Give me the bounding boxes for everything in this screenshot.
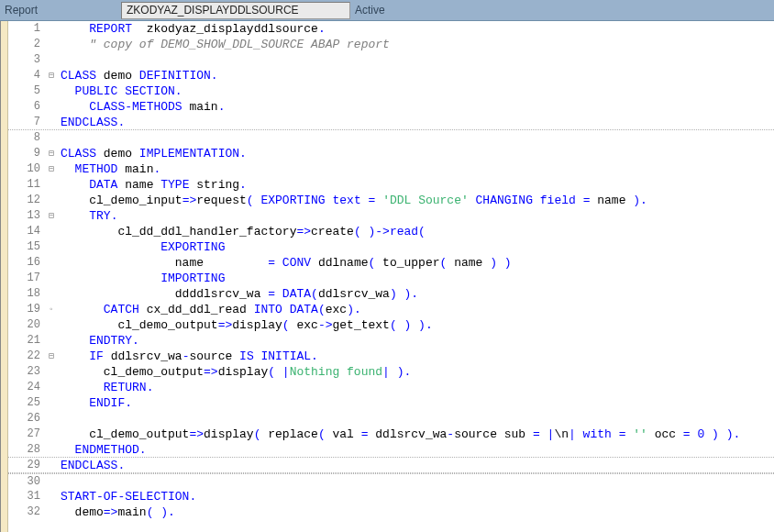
code-line[interactable]: 15 EXPORTING xyxy=(8,239,774,255)
code-line[interactable]: 32 demo=>main( ). xyxy=(8,504,774,520)
code-line[interactable]: 30 xyxy=(8,473,774,489)
fold-marker[interactable]: ⊟ xyxy=(45,349,58,364)
code-text[interactable]: CATCH cx_dd_ddl_read INTO DATA(exc). xyxy=(58,302,774,317)
code-text[interactable]: cl_demo_output=>display( |Nothing found|… xyxy=(58,364,774,380)
line-number: 1 xyxy=(8,21,45,37)
fold-marker xyxy=(45,364,58,380)
line-number: 16 xyxy=(8,255,45,271)
line-number: 32 xyxy=(8,504,45,520)
code-text[interactable] xyxy=(58,52,774,68)
code-line[interactable]: 2 " copy of DEMO_SHOW_DDL_SOURCE ABAP re… xyxy=(8,37,774,52)
code-line[interactable]: 6 CLASS-METHODS main. xyxy=(8,99,774,115)
code-line[interactable]: 21 ENDTRY. xyxy=(8,333,774,349)
code-line[interactable]: 14 cl_dd_ddl_handler_factory=>create( )-… xyxy=(8,224,774,239)
code-text[interactable]: cl_demo_output=>display( exc->get_text( … xyxy=(58,317,774,333)
fold-marker xyxy=(45,130,58,146)
line-number: 4 xyxy=(8,68,45,83)
code-text[interactable] xyxy=(58,474,774,489)
code-text[interactable]: REPORT zkodyaz_displayddlsource. xyxy=(58,21,774,37)
fold-marker xyxy=(45,99,58,115)
code-text[interactable]: DATA name TYPE string. xyxy=(58,177,774,193)
fold-marker xyxy=(45,474,58,489)
code-line[interactable]: 24 RETURN. xyxy=(8,380,774,395)
code-line[interactable]: 8 xyxy=(8,130,774,146)
code-text[interactable] xyxy=(58,411,774,427)
code-line[interactable]: 17 IMPORTING xyxy=(8,271,774,286)
fold-marker[interactable]: ⊟ xyxy=(45,68,58,83)
code-text[interactable]: CLASS demo DEFINITION. xyxy=(58,68,774,83)
header-bar: Report Active xyxy=(0,0,774,21)
code-line[interactable]: 20 cl_demo_output=>display( exc->get_tex… xyxy=(8,317,774,333)
fold-marker xyxy=(45,333,58,349)
line-number: 27 xyxy=(8,427,45,442)
code-text[interactable]: RETURN. xyxy=(58,380,774,395)
code-line[interactable]: 25 ENDIF. xyxy=(8,395,774,411)
code-text[interactable] xyxy=(58,130,774,146)
code-text[interactable]: IMPORTING xyxy=(58,271,774,286)
code-text[interactable]: CLASS-METHODS main. xyxy=(58,99,774,115)
code-line[interactable]: 10⊟ METHOD main. xyxy=(8,161,774,177)
code-text[interactable]: ddddlsrcv_wa = DATA(ddlsrcv_wa) ). xyxy=(58,286,774,302)
line-number: 15 xyxy=(8,239,45,255)
code-line[interactable]: 3 xyxy=(8,52,774,68)
code-text[interactable]: TRY. xyxy=(58,208,774,224)
line-number: 24 xyxy=(8,380,45,395)
fold-marker xyxy=(45,239,58,255)
code-text[interactable]: name = CONV ddlname( to_upper( name ) ) xyxy=(58,255,774,271)
code-text[interactable]: ENDCLASS. xyxy=(58,115,774,129)
code-line[interactable]: 11 DATA name TYPE string. xyxy=(8,177,774,193)
code-text[interactable]: cl_dd_ddl_handler_factory=>create( )->re… xyxy=(58,224,774,239)
code-line[interactable]: 12 cl_demo_input=>request( EXPORTING tex… xyxy=(8,193,774,208)
code-line[interactable]: 16 name = CONV ddlname( to_upper( name )… xyxy=(8,255,774,271)
code-text[interactable]: EXPORTING xyxy=(58,239,774,255)
line-number: 14 xyxy=(8,224,45,239)
line-number: 9 xyxy=(8,146,45,161)
fold-marker xyxy=(45,411,58,427)
program-name-input[interactable] xyxy=(121,2,350,19)
code-text[interactable]: PUBLIC SECTION. xyxy=(58,83,774,99)
code-text[interactable]: ENDIF. xyxy=(58,395,774,411)
fold-marker xyxy=(45,37,58,52)
code-container[interactable]: 1 REPORT zkodyaz_displayddlsource.2 " co… xyxy=(8,21,774,532)
code-line[interactable]: 7ENDCLASS. xyxy=(8,115,774,130)
line-number: 29 xyxy=(8,458,45,472)
fold-marker xyxy=(45,255,58,271)
fold-marker xyxy=(45,224,58,239)
fold-marker[interactable]: ◦ xyxy=(45,302,58,317)
code-line[interactable]: 13⊟ TRY. xyxy=(8,208,774,224)
code-text[interactable]: cl_demo_output=>display( replace( val = … xyxy=(58,427,774,442)
code-text[interactable]: IF ddlsrcv_wa-source IS INITIAL. xyxy=(58,349,774,364)
code-text[interactable]: cl_demo_input=>request( EXPORTING text =… xyxy=(58,193,774,208)
code-text[interactable]: ENDCLASS. xyxy=(58,458,774,472)
code-line[interactable]: 9⊟CLASS demo IMPLEMENTATION. xyxy=(8,146,774,161)
code-text[interactable]: demo=>main( ). xyxy=(58,504,774,520)
code-line[interactable]: 26 xyxy=(8,411,774,427)
fold-marker[interactable]: ⊟ xyxy=(45,208,58,224)
fold-marker xyxy=(45,21,58,37)
fold-marker[interactable]: ⊟ xyxy=(45,146,58,161)
code-text[interactable]: METHOD main. xyxy=(58,161,774,177)
code-line[interactable]: 19◦ CATCH cx_dd_ddl_read INTO DATA(exc). xyxy=(8,302,774,317)
code-text[interactable]: " copy of DEMO_SHOW_DDL_SOURCE ABAP repo… xyxy=(58,37,774,52)
code-line[interactable]: 29ENDCLASS. xyxy=(8,458,774,473)
code-line[interactable]: 23 cl_demo_output=>display( |Nothing fou… xyxy=(8,364,774,380)
code-line[interactable]: 27 cl_demo_output=>display( replace( val… xyxy=(8,427,774,442)
code-text[interactable]: CLASS demo IMPLEMENTATION. xyxy=(58,146,774,161)
code-line[interactable]: 5 PUBLIC SECTION. xyxy=(8,83,774,99)
line-number: 5 xyxy=(8,83,45,99)
code-line[interactable]: 22⊟ IF ddlsrcv_wa-source IS INITIAL. xyxy=(8,349,774,364)
code-text[interactable]: ENDMETHOD. xyxy=(58,442,774,457)
code-line[interactable]: 28 ENDMETHOD. xyxy=(8,442,774,458)
line-number: 10 xyxy=(8,161,45,177)
line-number: 28 xyxy=(8,442,45,457)
code-text[interactable]: START-OF-SELECTION. xyxy=(58,489,774,504)
fold-marker xyxy=(45,380,58,395)
code-text[interactable]: ENDTRY. xyxy=(58,333,774,349)
fold-marker[interactable]: ⊟ xyxy=(45,161,58,177)
code-line[interactable]: 4⊟CLASS demo DEFINITION. xyxy=(8,68,774,83)
code-line[interactable]: 31START-OF-SELECTION. xyxy=(8,489,774,504)
code-line[interactable]: 18 ddddlsrcv_wa = DATA(ddlsrcv_wa) ). xyxy=(8,286,774,302)
fold-marker xyxy=(45,193,58,208)
code-line[interactable]: 1 REPORT zkodyaz_displayddlsource. xyxy=(8,21,774,37)
header-label: Report xyxy=(5,4,121,17)
